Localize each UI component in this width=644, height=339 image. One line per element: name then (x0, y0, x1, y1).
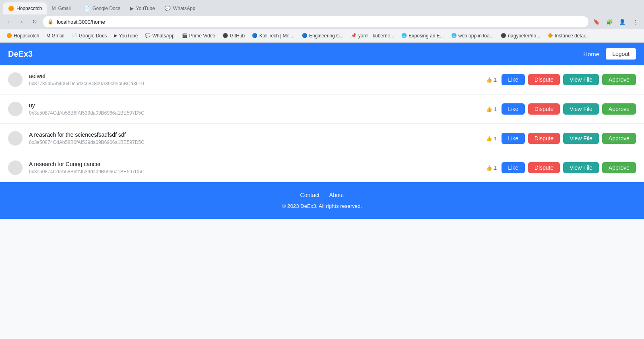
avatar (8, 72, 23, 87)
bookmark-google-docs[interactable]: 📄 Google Docs (68, 31, 110, 40)
bookmark-label: GitHub (230, 33, 245, 39)
like-number: 1 (494, 77, 497, 83)
home-link[interactable]: Home (583, 51, 599, 58)
extensions-icon[interactable]: 🧩 (604, 16, 615, 27)
engineering-icon: 🔵 (302, 33, 308, 38)
item-title: uy (29, 102, 486, 109)
dispute-button[interactable]: Dispute (528, 133, 560, 144)
item-info: A reasrach for the sciencesfsadfsdf sdf … (29, 131, 486, 145)
item-hash: 0x8773545Ab4064Dc5d3c6848d0A89c95b5BCa36… (29, 81, 486, 86)
bookmark-whatsapp[interactable]: 💬 WhatsApp (142, 31, 178, 40)
bookmark-github[interactable]: ⚫ GitHub (219, 31, 248, 40)
like-count: 👍 1 (486, 136, 497, 142)
bookmark-hoppscotch[interactable]: 🟠 Hoppscotch (3, 31, 42, 40)
approve-button[interactable]: Approve (602, 133, 636, 144)
contact-link[interactable]: Contact (300, 192, 320, 198)
google-docs-icon: 📄 (72, 33, 77, 38)
thumbs-up-icon: 👍 (486, 136, 492, 142)
bookmark-label: Google Docs (79, 33, 107, 39)
bookmark-label: WhatsApp (152, 33, 174, 39)
bookmark-exposing[interactable]: 🌐 Exposing an E... (398, 31, 447, 40)
app-page: DeEx3 Home Logout aefwef 0x8773545Ab4064… (0, 43, 644, 339)
browser-chrome: 🟠 Hoppscotch M Gmail 📄 Google Docs ▶ You… (0, 0, 644, 43)
bookmark-label: yaml - kuberne... (358, 33, 394, 39)
bookmark-webapp[interactable]: 🌐 web app in loa... (448, 31, 497, 40)
view-file-button[interactable]: View File (563, 162, 599, 173)
menu-icon[interactable]: ⋮ (630, 16, 641, 27)
tab-favicon: 🟠 (8, 6, 14, 11)
url-text: localhost:3000/home (57, 19, 584, 25)
tab-gmail[interactable]: M Gmail (47, 2, 79, 14)
like-button[interactable]: Like (502, 74, 525, 85)
tab-google-docs[interactable]: 📄 Google Docs (79, 2, 125, 14)
tabs-bar: 🟠 Hoppscotch M Gmail 📄 Google Docs ▶ You… (0, 0, 644, 14)
whatsapp-label: WhatsApp (173, 6, 195, 11)
about-link[interactable]: About (329, 192, 344, 198)
like-count: 👍 1 (486, 106, 497, 112)
browser-actions: 🔖 🧩 👤 ⋮ (591, 16, 641, 27)
bookmark-label: Instance detai... (555, 33, 589, 39)
instance-icon: 🔶 (547, 33, 553, 38)
view-file-button[interactable]: View File (563, 133, 599, 144)
dispute-button[interactable]: Dispute (528, 103, 560, 115)
item-title: A reasrach for the sciencesfsadfsdf sdf (29, 131, 486, 138)
like-number: 1 (494, 165, 497, 171)
back-button[interactable]: ‹ (3, 16, 14, 27)
webapp-icon: 🌐 (451, 33, 457, 38)
bookmark-youtube[interactable]: ▶ YouTube (111, 31, 141, 40)
item-title: A research for Curing cancer (29, 161, 486, 167)
bookmark-yaml[interactable]: 📌 yaml - kuberne... (348, 31, 397, 40)
item-hash: 0x3e50874CdAb58B6fAf539da09B6966a1BE597D… (29, 169, 486, 175)
bookmark-engineering[interactable]: 🔵 Engineering C... (299, 31, 347, 40)
bookmark-koll-tech[interactable]: 🔵 Koll Tech | Mei... (249, 31, 298, 40)
like-button[interactable]: Like (502, 133, 525, 144)
list-item: aefwef 0x8773545Ab4064Dc5d3c6848d0A89c95… (0, 65, 644, 95)
address-bar[interactable]: 🔒 localhost:3000/home (43, 16, 588, 27)
item-info: uy 0x3e50874CdAb58B6fAf539da09B6966a1BE5… (29, 102, 486, 116)
youtube-icon: ▶ (114, 33, 117, 38)
item-info: A research for Curing cancer 0x3e50874Cd… (29, 161, 486, 175)
like-button[interactable]: Like (502, 103, 525, 115)
bookmark-prime-video[interactable]: 🎬 Prime Video (179, 31, 219, 40)
youtube-label: YouTube (136, 6, 155, 11)
bookmark-gmail[interactable]: M Gmail (43, 31, 68, 40)
hoppscotch-icon: 🟠 (6, 33, 12, 38)
thumbs-up-icon: 👍 (486, 77, 492, 83)
list-item: A reasrach for the sciencesfsadfsdf sdf … (0, 124, 644, 153)
footer-copyright: © 2023 DeEx3. All rights reserved. (8, 203, 636, 209)
koll-tech-icon: 🔵 (252, 33, 258, 38)
avatar (8, 131, 23, 146)
bookmark-nagypeter[interactable]: ⚫ nagypeter/no... (497, 31, 543, 40)
lock-icon: 🔒 (47, 19, 54, 25)
tab-active[interactable]: 🟠 Hoppscotch (3, 2, 47, 14)
approve-button[interactable]: Approve (602, 162, 636, 173)
gmail-favicon: M (52, 6, 56, 11)
profile-icon[interactable]: 👤 (617, 16, 628, 27)
bookmark-label: Exposing an E... (409, 33, 444, 39)
forward-button[interactable]: › (16, 16, 27, 27)
item-actions: 👍 1 Like Dispute View File Approve (486, 74, 636, 85)
tab-whatsapp[interactable]: 💬 WhatsApp (160, 2, 200, 14)
gmail-icon: M (46, 33, 50, 38)
view-file-button[interactable]: View File (563, 103, 599, 115)
view-file-button[interactable]: View File (563, 74, 599, 85)
list-item: uy 0x3e50874CdAb58B6fAf539da09B6966a1BE5… (0, 95, 644, 124)
dispute-button[interactable]: Dispute (528, 162, 560, 173)
exposing-icon: 🌐 (401, 33, 407, 38)
reload-button[interactable]: ↻ (29, 16, 40, 27)
logout-button[interactable]: Logout (606, 48, 636, 60)
approve-button[interactable]: Approve (602, 103, 636, 115)
bookmark-instance[interactable]: 🔶 Instance detai... (544, 31, 592, 40)
like-button[interactable]: Like (502, 162, 525, 173)
bookmarks-bar: 🟠 Hoppscotch M Gmail 📄 Google Docs ▶ You… (0, 29, 644, 43)
tab-youtube[interactable]: ▶ YouTube (125, 2, 160, 14)
item-hash: 0x3e50874CdAb58B6fAf539da09B6966a1BE597D… (29, 110, 486, 116)
thumbs-up-icon: 👍 (486, 165, 492, 171)
item-actions: 👍 1 Like Dispute View File Approve (486, 162, 636, 173)
tab-label: Hoppscotch (17, 6, 42, 11)
navbar-right: Home Logout (583, 48, 636, 60)
bookmark-icon[interactable]: 🔖 (591, 16, 602, 27)
dispute-button[interactable]: Dispute (528, 74, 560, 85)
nagypeter-icon: ⚫ (501, 33, 506, 38)
approve-button[interactable]: Approve (602, 74, 636, 85)
